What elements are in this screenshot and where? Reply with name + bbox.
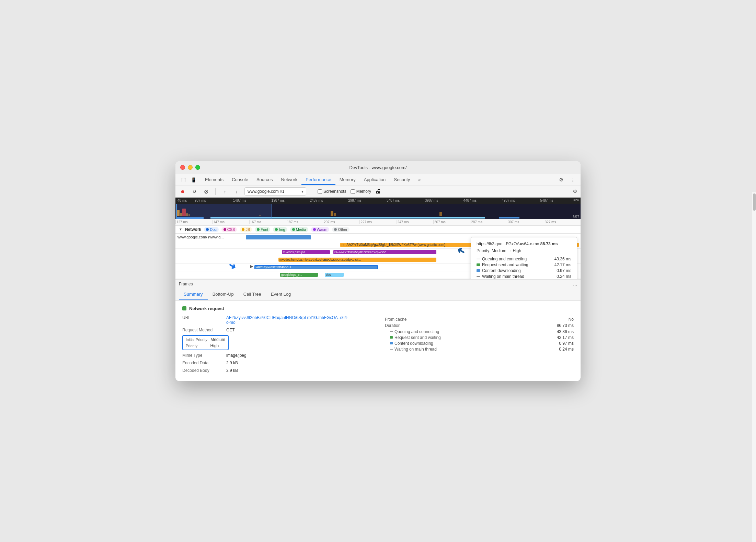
tab-bottom-up[interactable]: Bottom-Up — [208, 289, 239, 300]
clear-button[interactable]: ⊘ — [202, 188, 210, 195]
tooltip-priority: Priority: Medium → High — [477, 248, 571, 253]
net-label: NET — [573, 215, 579, 218]
row-label-7: des — [326, 273, 331, 276]
filter-js[interactable]: JS — [240, 227, 252, 232]
tab-application[interactable]: Application — [360, 175, 390, 185]
memory-checkbox[interactable] — [351, 189, 355, 194]
frames-label: Frames — [179, 282, 193, 286]
mini-bar-icon-1 — [390, 336, 393, 339]
initial-priority-value: Medium — [210, 337, 225, 342]
tooltip-row-0: Queuing and connecting 43.36 ms — [477, 257, 571, 261]
section-title-text: Network request — [189, 306, 224, 311]
tab-security[interactable]: Security — [390, 175, 414, 185]
minimize-button[interactable] — [188, 165, 193, 170]
ruler-167: 167 ms — [249, 220, 286, 224]
tab-sources[interactable]: Sources — [252, 175, 277, 185]
filter-img[interactable]: Img — [273, 227, 287, 232]
initial-priority-label: Initial Priority — [186, 338, 207, 342]
filter-wasm[interactable]: Wasm — [311, 227, 330, 232]
cpu-label: CPU — [573, 198, 579, 202]
performance-settings-icon[interactable]: ⚙ — [573, 188, 577, 195]
row-label-4: m=cdos,hsm,jsa,mb4ZVb,d,csi,cEt90b,SNUn3… — [279, 258, 361, 261]
row-arrow-5: ▶ — [250, 264, 253, 269]
device-icon[interactable]: 📱 — [189, 175, 198, 184]
filter-media[interactable]: Media — [290, 227, 308, 232]
filter-css[interactable]: CSS — [221, 227, 237, 232]
ruler-label-6: 3487 ms — [387, 199, 425, 202]
right-sub-row-0: Queuing and connecting 43.36 ms — [385, 329, 574, 334]
upload-button[interactable]: ↑ — [221, 188, 229, 195]
tab-memory[interactable]: Memory — [335, 175, 360, 185]
tab-elements[interactable]: Elements — [201, 175, 228, 185]
ruler-label-3: 1987 ms — [272, 199, 310, 202]
tab-summary[interactable]: Summary — [179, 289, 208, 300]
row-label-2: m=cdos,hsm,jsa... — [283, 250, 308, 254]
initial-priority-inner: Initial Priority Medium — [186, 337, 225, 342]
tooltip-bar-icon-2 — [477, 269, 480, 272]
row-label-1: rs=AA2YrTv0taM5qVgw38gU_15kX9WFXe5TPw (w… — [342, 243, 445, 247]
url-selector[interactable]: www.google.com #1 ▼ — [244, 187, 306, 196]
request-method-row: Request Method GET — [182, 328, 371, 332]
mini-line-icon-3 — [390, 349, 393, 350]
decoded-body-row: Decoded Body 2.9 kB — [182, 368, 371, 373]
tooltip-line-icon-3 — [477, 276, 480, 277]
frames-bar: Frames ... — [175, 279, 581, 289]
priority-inner: Priority High — [186, 343, 219, 348]
ruler-127: 127 ms — [175, 220, 212, 224]
refresh-record-button[interactable]: ↺ — [191, 188, 198, 195]
ruler-label-4: 2487 ms — [310, 199, 348, 202]
tab-call-tree[interactable]: Call Tree — [239, 289, 266, 300]
row-label-3: rs=AA2YrTsXU5hjdOZrxXehYcpWx5c... — [334, 250, 389, 254]
tooltip-row-3: Waiting on main thread 0.24 ms — [477, 274, 571, 279]
request-method-label: Request Method — [182, 328, 224, 332]
more-tabs-button[interactable]: » — [414, 175, 425, 185]
inspector-icon[interactable]: ⬚ — [179, 175, 188, 184]
row-label-6: googlelogo_c... — [281, 273, 302, 276]
url-value: AF2bZyivvJ92o5BiPi0CLlHaqa5IHNOi6SrpLrbf… — [226, 315, 348, 325]
initial-priority-row: Initial Priority Medium Priority High — [182, 335, 371, 350]
url-label: URL — [182, 315, 224, 325]
summary-left: Network request URL AF2bZyivvJ92o5BiPi0C… — [182, 306, 371, 376]
duration-label: Duration — [385, 323, 400, 328]
window-title: DevTools - www.google.com/ — [350, 165, 407, 170]
tab-console[interactable]: Console — [228, 175, 252, 185]
from-cache-row: From cache No — [385, 317, 574, 322]
close-button[interactable] — [180, 165, 185, 170]
network-timeline: ▼ Network Doc CSS JS Font Img Media Wasm… — [175, 226, 581, 279]
more-options-icon[interactable]: ⋮ — [568, 175, 577, 184]
memory-checkbox-group[interactable]: Memory — [351, 189, 371, 194]
screenshots-checkbox[interactable] — [318, 189, 322, 194]
tab-event-log[interactable]: Event Log — [266, 289, 296, 300]
url-dropdown[interactable]: www.google.com #1 — [244, 187, 306, 196]
filter-font[interactable]: Font — [255, 227, 270, 232]
request-method-value: GET — [226, 328, 235, 332]
traffic-lights — [180, 165, 200, 170]
right-sub-row-2: Content downloading 0.97 ms — [385, 341, 574, 346]
ruler-marks: 127 ms 147 ms 167 ms 187 ms 207 ms 227 m… — [175, 220, 581, 224]
tab-performance[interactable]: Performance — [301, 175, 335, 185]
section-dot-icon — [182, 306, 186, 310]
memory-icon[interactable]: 🖨 — [375, 188, 381, 195]
ruler-label-7: 3987 ms — [425, 199, 463, 202]
tab-network[interactable]: Network — [277, 175, 302, 185]
priority-box: Initial Priority Medium Priority High — [182, 335, 229, 350]
section-title: Network request — [182, 306, 371, 311]
encoded-data-row: Encoded Data 2.9 kB — [182, 361, 371, 365]
settings-icon[interactable]: ⚙ — [557, 175, 565, 184]
tooltip-row-1: Request sent and waiting 42.17 ms — [477, 262, 571, 267]
screenshots-checkbox-group[interactable]: Screenshots — [318, 189, 346, 194]
mini-bar-icon-2 — [390, 342, 393, 344]
performance-toolbar: ⏺ ↺ ⊘ ↑ ↓ www.google.com #1 ▼ Screenshot… — [175, 186, 581, 198]
maximize-button[interactable] — [195, 165, 200, 170]
url-link[interactable]: AF2bZyivvJ92o5BiPi0CLlHaqa5IHNOi6SrpLrbf… — [226, 315, 348, 325]
filter-doc[interactable]: Doc — [204, 227, 219, 232]
download-button[interactable]: ↓ — [233, 188, 240, 195]
network-collapse-icon[interactable]: ▼ — [179, 227, 182, 231]
right-sub-row-3: Waiting on main thread 0.24 ms — [385, 347, 574, 352]
screenshots-label: Screenshots — [323, 189, 346, 194]
encoded-value: 2.9 kB — [226, 361, 238, 365]
filter-other[interactable]: Other — [332, 227, 350, 232]
frames-dots: ... — [573, 281, 577, 287]
right-sub-row-1: Request sent and waiting 42.17 ms — [385, 335, 574, 340]
record-button[interactable]: ⏺ — [179, 188, 186, 195]
